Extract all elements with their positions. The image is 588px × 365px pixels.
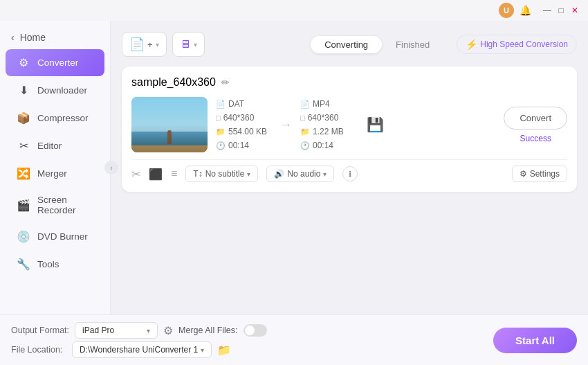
add-dropdown-icon: ▾ xyxy=(156,41,159,48)
home-link[interactable]: ‹ Home xyxy=(0,26,110,48)
merger-label: Merger xyxy=(37,168,67,179)
add-file-label: + xyxy=(147,39,153,50)
sidebar-item-screen-recorder[interactable]: 🎬 Screen Recorder xyxy=(6,188,104,222)
converter-icon: ⚙ xyxy=(17,56,30,69)
merger-icon: 🔀 xyxy=(17,167,30,180)
out-dur-icon: 🕐 xyxy=(300,141,310,150)
sidebar-item-converter[interactable]: ⚙ Converter xyxy=(6,49,104,76)
location-chevron: ▾ xyxy=(201,346,204,354)
main-content: 📄 + ▾ 🖥 ▾ Converting Finished ⚡ High Spe… xyxy=(111,21,588,314)
sidebar-collapse-button[interactable]: ‹ xyxy=(104,161,118,175)
convert-button[interactable]: Convert xyxy=(504,107,567,130)
lightning-icon: ⚡ xyxy=(466,39,477,50)
settings-label: Settings xyxy=(530,169,560,179)
format-icon: 📄 xyxy=(216,100,226,109)
speed-conversion-button[interactable]: ⚡ High Speed Conversion xyxy=(457,35,577,54)
info-button[interactable]: ℹ xyxy=(342,166,358,181)
crop-icon[interactable]: ⬛ xyxy=(149,168,163,181)
output-info: 📄 MP4 □ 640*360 📁 1.22 MB 🕐 xyxy=(300,99,356,150)
out-format-icon: 📄 xyxy=(300,100,310,109)
effects-icon[interactable]: ≡ xyxy=(171,168,177,180)
edit-icon[interactable]: ✏ xyxy=(221,77,230,88)
convert-actions: Convert Success xyxy=(504,107,567,143)
close-button[interactable]: ✕ xyxy=(570,6,580,15)
add-screen-button[interactable]: 🖥 ▾ xyxy=(172,32,205,57)
subtitle-select[interactable]: T↕ No subtitle ▾ xyxy=(185,166,258,182)
file-thumbnail xyxy=(131,97,208,152)
file-location-select[interactable]: D:\Wondershare UniConverter 1 ▾ xyxy=(72,341,212,358)
file-actions: ✂ ⬛ ≡ T↕ No subtitle ▾ 🔊 No audio ▾ ℹ ⚙ … xyxy=(131,159,567,182)
tab-finished[interactable]: Finished xyxy=(382,36,443,53)
audio-label: No audio xyxy=(287,169,320,179)
user-avatar[interactable]: U xyxy=(499,3,514,18)
cut-icon[interactable]: ✂ xyxy=(131,168,140,181)
sidebar-item-editor[interactable]: ✂ Editor xyxy=(6,132,104,159)
settings-button[interactable]: ⚙ Settings xyxy=(512,166,567,182)
subtitle-label: No subtitle xyxy=(205,169,245,179)
title-bar: U 🔔 — □ ✕ xyxy=(0,0,588,21)
dvd-burner-icon: 💿 xyxy=(17,230,30,243)
sidebar-item-dvd-burner[interactable]: 💿 DVD Burner xyxy=(6,223,104,250)
sidebar-item-tools[interactable]: 🔧 Tools xyxy=(6,251,104,278)
file-info: 📄 DAT □ 640*360 📁 554.00 KB 🕐 xyxy=(208,99,495,150)
merge-toggle[interactable] xyxy=(244,324,267,337)
compressor-icon: 📦 xyxy=(17,112,30,125)
minimize-button[interactable]: — xyxy=(542,6,552,15)
status-badge: Success xyxy=(520,134,551,143)
add-file-icon: 📄 xyxy=(129,37,145,52)
converter-label: Converter xyxy=(37,57,78,68)
tab-group: Converting Finished xyxy=(309,34,445,55)
output-format-row: Output Format: iPad Pro ▾ ⚙ Merge All Fi… xyxy=(11,322,485,339)
duration-icon: 🕐 xyxy=(216,141,226,150)
source-format-row: 📄 DAT xyxy=(216,99,271,109)
format-chevron: ▾ xyxy=(147,327,150,335)
source-size: 554.00 KB xyxy=(228,127,267,136)
audio-select[interactable]: 🔊 No audio ▾ xyxy=(266,166,334,182)
downloader-label: Downloader xyxy=(37,85,87,96)
file-body: 📄 DAT □ 640*360 📁 554.00 KB 🕐 xyxy=(131,97,567,152)
merge-section: Merge All Files: xyxy=(178,324,266,337)
output-resolution: 640*360 xyxy=(308,113,339,123)
file-name: sample_640x360 xyxy=(131,76,216,89)
source-resolution-row: □ 640*360 xyxy=(216,113,271,123)
main-layout: ‹ Home ⚙ Converter ⬇ Downloader 📦 Compre… xyxy=(0,21,588,314)
sidebar-item-compressor[interactable]: 📦 Compressor xyxy=(6,105,104,132)
arrow-icon: → xyxy=(279,118,292,132)
output-format-select[interactable]: iPad Pro ▾ xyxy=(75,322,158,339)
bell-icon[interactable]: 🔔 xyxy=(520,5,531,16)
editor-label: Editor xyxy=(37,141,62,151)
output-duration-row: 🕐 00:14 xyxy=(300,141,356,150)
source-resolution: 640*360 xyxy=(223,113,255,123)
folder-icon[interactable]: 📁 xyxy=(217,344,231,357)
bottom-left: Output Format: iPad Pro ▾ ⚙ Merge All Fi… xyxy=(11,322,485,358)
maximize-button[interactable]: □ xyxy=(556,6,566,15)
window-controls: — □ ✕ xyxy=(542,6,580,15)
audio-icon: 🔊 xyxy=(274,169,284,179)
subtitle-icon: T↕ xyxy=(193,169,202,179)
back-icon: ‹ xyxy=(11,32,15,43)
toolbar-left: 📄 + ▾ 🖥 ▾ xyxy=(122,32,309,57)
source-format: DAT xyxy=(228,99,244,109)
save-location-icon: 💾 xyxy=(367,116,384,133)
output-format: MP4 xyxy=(313,99,330,109)
resolution-icon: □ xyxy=(216,114,221,122)
format-settings-icon[interactable]: ⚙ xyxy=(163,324,173,337)
toolbar: 📄 + ▾ 🖥 ▾ Converting Finished ⚡ High Spe… xyxy=(122,32,577,57)
tools-icon: 🔧 xyxy=(17,258,30,271)
output-resolution-row: □ 640*360 xyxy=(300,113,356,123)
downloader-icon: ⬇ xyxy=(17,84,30,97)
subtitle-chevron: ▾ xyxy=(247,170,250,178)
tab-converting[interactable]: Converting xyxy=(311,36,382,53)
sidebar-item-merger[interactable]: 🔀 Merger xyxy=(6,160,104,187)
sidebar-item-downloader[interactable]: ⬇ Downloader xyxy=(6,77,104,104)
output-size: 1.22 MB xyxy=(313,127,344,136)
output-duration: 00:14 xyxy=(313,141,333,150)
screen-dropdown-icon: ▾ xyxy=(194,41,197,48)
settings-icon: ⚙ xyxy=(520,169,527,179)
file-header: sample_640x360 ✏ xyxy=(131,76,567,89)
home-label: Home xyxy=(20,32,46,43)
bottom-bar: Output Format: iPad Pro ▾ ⚙ Merge All Fi… xyxy=(0,314,588,365)
screen-icon: 🖥 xyxy=(180,38,191,51)
start-all-button[interactable]: Start All xyxy=(493,328,577,353)
add-file-button[interactable]: 📄 + ▾ xyxy=(122,32,167,57)
